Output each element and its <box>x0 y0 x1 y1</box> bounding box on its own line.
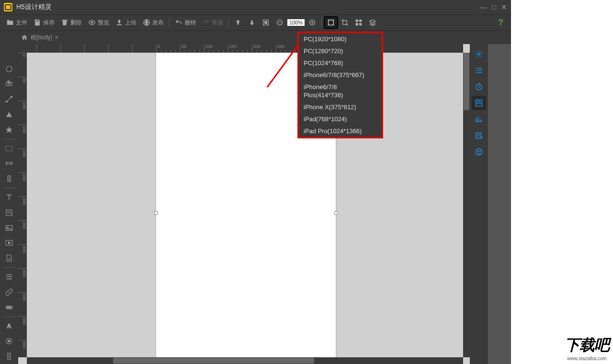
pointer-tool[interactable] <box>1 76 17 91</box>
size-option[interactable]: iPhone6/7/8 Plus(414*736) <box>299 81 382 101</box>
breadcrumb-root[interactable]: 根[body] <box>31 34 52 42</box>
svg-rect-31 <box>480 100 482 102</box>
crop-button[interactable] <box>339 17 351 28</box>
right-toolbar <box>470 44 488 364</box>
app-window: H5设计精灵 — □ ✕ 文件 保存 删除 预览 上传 发布 撤销 重做 100… <box>0 0 511 364</box>
settings-panel-button[interactable] <box>472 47 486 61</box>
arrow-up-button[interactable] <box>232 17 244 28</box>
properties-panel <box>488 44 511 364</box>
svg-point-26 <box>8 340 11 342</box>
timer-panel-button[interactable] <box>472 80 486 94</box>
triangle-tool[interactable] <box>1 107 17 122</box>
svg-point-0 <box>91 22 93 23</box>
line-tool[interactable] <box>1 91 17 107</box>
export-panel-button[interactable] <box>472 128 486 143</box>
delete-button[interactable]: 删除 <box>58 17 84 28</box>
undo-button[interactable]: 撤销 <box>172 17 198 28</box>
app-title: H5设计精灵 <box>16 3 52 11</box>
link-tool[interactable] <box>1 284 17 300</box>
video-tool[interactable] <box>1 236 17 251</box>
size-option[interactable]: iPhone X(375*812) <box>299 101 382 113</box>
horizontal-ruler[interactable]: 050100150200250300350 <box>27 44 463 53</box>
svg-rect-10 <box>359 23 362 25</box>
size-option[interactable]: PC(1920*1080) <box>299 33 382 45</box>
breadcrumb: 根[body] > <box>0 31 511 44</box>
vgroup-tool[interactable] <box>1 171 17 186</box>
size-option[interactable]: iPhone6/7/8(375*667) <box>299 69 382 81</box>
canvas-area: 050100150200250300350 050100150200250300… <box>18 44 470 364</box>
watermark: 下载吧 www.xiazaiba.com <box>565 335 609 361</box>
close-button[interactable]: ✕ <box>501 3 507 11</box>
preview-button[interactable]: 预览 <box>86 17 112 28</box>
image-tool[interactable] <box>1 220 17 236</box>
svg-point-11 <box>6 66 12 72</box>
grid-button[interactable] <box>352 17 365 28</box>
outer-whitespace: 下载吧 www.xiazaiba.com <box>511 0 613 364</box>
publish-button[interactable]: 发布 <box>140 17 166 28</box>
svg-rect-32 <box>476 104 482 106</box>
form-tool[interactable] <box>1 205 17 220</box>
hgroup-tool[interactable] <box>1 156 17 171</box>
text-tool[interactable] <box>1 190 17 205</box>
arrow-down-button[interactable] <box>246 17 258 28</box>
left-toolbar: BTN A <box>0 44 18 364</box>
layers-button[interactable] <box>366 17 379 28</box>
size-option[interactable]: PC(1024*768) <box>299 57 382 69</box>
upload-button[interactable]: 上传 <box>113 17 139 28</box>
circle-tool[interactable] <box>1 61 17 77</box>
doc-tool[interactable] <box>1 250 17 266</box>
resize-handle-left[interactable] <box>154 211 158 215</box>
app-logo-icon <box>4 3 12 11</box>
fit-button[interactable] <box>260 17 272 28</box>
file-button[interactable]: 文件 <box>4 17 30 28</box>
list-tool[interactable] <box>1 269 17 284</box>
svg-text:A: A <box>7 323 11 330</box>
svg-rect-3 <box>264 21 267 23</box>
svg-rect-18 <box>6 210 12 216</box>
size-option[interactable]: PC(1280*720) <box>299 45 382 57</box>
size-option[interactable]: iPad(768*1024) <box>299 113 382 125</box>
main-area: BTN A 050100150200250300350 050100150200… <box>0 44 511 364</box>
button-tool[interactable]: BTN <box>1 300 17 315</box>
svg-rect-33 <box>476 133 481 138</box>
svg-text:BTN: BTN <box>7 307 11 309</box>
canvas-size-dropdown: PC(1920*1080)PC(1280*720)PC(1024*768)iPh… <box>297 32 383 138</box>
zoom-input[interactable]: 100% <box>287 19 305 26</box>
vertical-ruler[interactable]: 050100150200250300350400450500550600 <box>18 53 27 357</box>
canvas-size-button[interactable] <box>325 17 337 28</box>
font-tool[interactable]: A <box>1 318 17 334</box>
star-tool[interactable] <box>1 122 17 137</box>
ruler-corner <box>18 44 27 53</box>
home-icon <box>21 34 28 41</box>
horizontal-scrollbar[interactable] <box>27 357 463 364</box>
svg-rect-7 <box>356 20 358 22</box>
outline-panel-button[interactable] <box>472 63 486 78</box>
minimize-button[interactable]: — <box>480 3 487 11</box>
zoom-out-button[interactable] <box>273 17 286 28</box>
redo-button[interactable]: 重做 <box>200 17 226 28</box>
size-option[interactable]: iPad Pro(1024*1366) <box>299 125 382 137</box>
breadcrumb-sep: > <box>55 34 58 41</box>
stats-panel-button[interactable] <box>472 112 486 126</box>
main-toolbar: 文件 保存 删除 预览 上传 发布 撤销 重做 100% ? <box>0 14 511 31</box>
emoji-panel-button[interactable] <box>472 145 486 159</box>
help-button[interactable]: ? <box>494 18 507 28</box>
svg-point-34 <box>476 148 482 155</box>
canvas[interactable] <box>27 53 463 357</box>
hscroll-thumb[interactable] <box>113 358 314 364</box>
svg-rect-8 <box>359 20 362 22</box>
target-tool[interactable] <box>1 333 17 349</box>
vertical-scrollbar[interactable] <box>463 53 470 357</box>
svg-point-35 <box>477 151 478 152</box>
vscroll-thumb[interactable] <box>464 53 469 110</box>
save-button[interactable]: 保存 <box>31 17 57 28</box>
slider-tool[interactable] <box>1 349 17 364</box>
container-tool[interactable] <box>1 141 17 156</box>
svg-rect-30 <box>476 100 478 102</box>
zoom-in-button[interactable] <box>306 17 318 28</box>
layout-panel-button[interactable] <box>472 96 486 110</box>
svg-line-15 <box>7 97 11 102</box>
svg-rect-9 <box>356 23 358 25</box>
resize-handle-right[interactable] <box>334 211 338 215</box>
maximize-button[interactable]: □ <box>492 3 496 11</box>
